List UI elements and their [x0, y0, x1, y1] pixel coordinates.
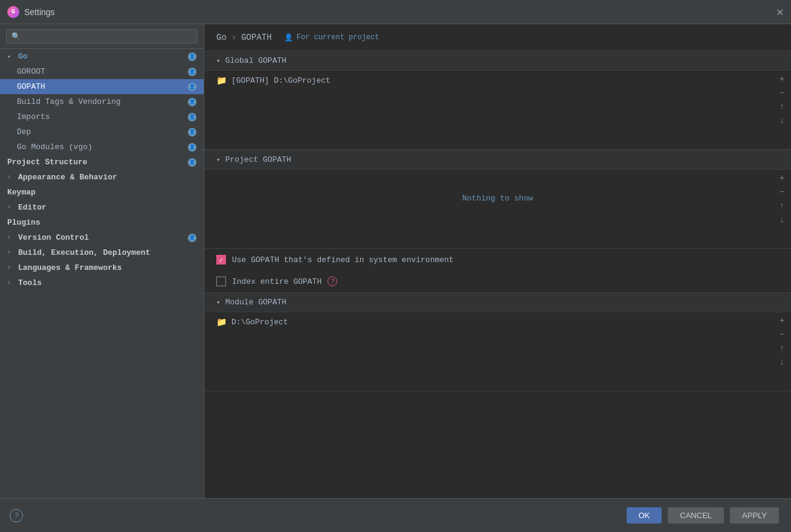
search-bar	[0, 24, 204, 49]
ok-button[interactable]: OK	[627, 507, 662, 524]
sidebar-item-label: Version Control	[18, 233, 89, 242]
sidebar-item-tools[interactable]: › Tools	[0, 275, 204, 290]
breadcrumb-separator: ›	[231, 33, 236, 42]
project-gopath-actions: + − ↑ ↓	[773, 170, 791, 227]
global-gopath-actions: + − ↑ ↓	[773, 71, 791, 128]
user-icon: 👤	[188, 53, 196, 61]
breadcrumb: Go › GOPATH 👤 For current project	[204, 24, 791, 51]
sidebar-item-label: Go Modules (vgo)	[17, 143, 92, 152]
sidebar-item-build-tags[interactable]: Build Tags & Vendoring 👤	[0, 94, 204, 109]
move-up-button[interactable]: ↑	[775, 100, 789, 113]
sidebar-item-project-structure[interactable]: Project Structure 👤	[0, 155, 204, 170]
breadcrumb-current: GOPATH	[241, 33, 271, 42]
sidebar-item-label: Appearance & Behavior	[18, 173, 117, 182]
move-up-button[interactable]: ↑	[775, 341, 789, 354]
global-gopath-body: 📁 [GOPATH] D:\GoProject + − ↑ ↓	[204, 71, 791, 149]
use-gopath-env-label: Use GOPATH that's defined in system envi…	[232, 255, 454, 264]
chevron-down-icon: ▾	[216, 57, 221, 65]
content-panel: Go › GOPATH 👤 For current project ▾ Glob…	[204, 24, 791, 498]
module-gopath-header[interactable]: ▾ Module GOPATH	[204, 292, 791, 312]
path-row[interactable]: 📁 [GOPATH] D:\GoProject	[204, 71, 791, 91]
user-icon: 👤	[188, 158, 196, 167]
project-gopath-body: Nothing to show + − ↑ ↓	[204, 170, 791, 248]
remove-button[interactable]: −	[775, 185, 789, 198]
user-icon: 👤	[188, 83, 196, 91]
sidebar-item-appearance-behavior[interactable]: › Appearance & Behavior	[0, 170, 204, 185]
sidebar-item-languages-frameworks[interactable]: › Languages & Frameworks	[0, 260, 204, 275]
index-entire-gopath-row: Index entire GOPATH ?	[204, 271, 791, 292]
module-gopath-actions: + − ↑ ↓	[773, 312, 791, 370]
sidebar-item-keymap[interactable]: Keymap	[0, 185, 204, 200]
cancel-button[interactable]: CANCEL	[668, 507, 724, 524]
chevron-right-icon: ›	[7, 249, 15, 256]
window-title: Settings	[24, 7, 55, 17]
sidebar-item-label: Build, Execution, Deployment	[18, 248, 150, 257]
sidebar-item-editor[interactable]: › Editor	[0, 200, 204, 215]
user-icon: 👤	[188, 143, 196, 152]
index-entire-gopath-checkbox[interactable]	[216, 277, 226, 286]
user-icon: 👤	[188, 98, 196, 106]
search-input[interactable]	[6, 29, 198, 43]
move-down-button[interactable]: ↓	[775, 355, 789, 368]
help-icon[interactable]: ?	[328, 277, 337, 286]
sidebar-item-label: Editor	[18, 203, 47, 212]
user-icon: 👤	[188, 113, 196, 121]
chevron-right-icon: ›	[7, 280, 15, 286]
chevron-down-icon: ▾	[216, 156, 221, 164]
bottom-bar: ? OK CANCEL APPLY	[0, 498, 791, 532]
close-button[interactable]: ✕	[776, 6, 784, 18]
move-down-button[interactable]: ↓	[775, 114, 789, 127]
sidebar-item-gopath[interactable]: GOPATH 👤	[0, 79, 204, 94]
help-button[interactable]: ?	[10, 509, 23, 522]
add-button[interactable]: +	[775, 313, 789, 327]
remove-button[interactable]: −	[775, 327, 789, 341]
sidebar-item-plugins[interactable]: Plugins	[0, 215, 204, 230]
sidebar-item-label: Go	[18, 52, 28, 61]
title-bar: G Settings ✕	[0, 0, 791, 24]
global-gopath-header[interactable]: ▾ Global GOPATH	[204, 51, 791, 71]
add-button[interactable]: +	[775, 171, 789, 184]
user-icon: 👤	[188, 128, 196, 136]
move-down-button[interactable]: ↓	[775, 213, 789, 226]
folder-icon: 📁	[216, 75, 227, 86]
sidebar-item-dep[interactable]: Dep 👤	[0, 124, 204, 139]
nothing-to-show-label: Nothing to show	[204, 170, 791, 227]
sidebar-item-imports[interactable]: Imports 👤	[0, 109, 204, 124]
user-icon: 👤	[188, 234, 196, 242]
for-current-project-text: For current project	[297, 33, 379, 42]
sidebar: ▾ Go 👤 GOROOT 👤 GOPATH 👤 Build Tags & Ve…	[0, 24, 204, 498]
use-gopath-env-row: ✓ Use GOPATH that's defined in system en…	[204, 249, 791, 271]
sidebar-item-go[interactable]: ▾ Go 👤	[0, 49, 204, 64]
for-current-project-label: 👤 For current project	[284, 33, 379, 42]
chevron-right-icon: ›	[7, 174, 15, 181]
path-text: [GOPATH] D:\GoProject	[231, 76, 331, 85]
checkmark-icon: ✓	[219, 256, 224, 264]
sidebar-item-label: Imports	[17, 112, 50, 121]
path-row[interactable]: 📁 D:\GoProject	[204, 312, 791, 332]
project-gopath-section: ▾ Project GOPATH Nothing to show + − ↑ ↓	[204, 150, 791, 249]
project-gopath-header[interactable]: ▾ Project GOPATH	[204, 150, 791, 170]
chevron-right-icon: ›	[7, 204, 15, 211]
user-icon: 👤	[284, 33, 293, 42]
sidebar-item-label: GOPATH	[17, 82, 45, 91]
sidebar-item-label: Keymap	[7, 188, 36, 197]
sidebar-item-label: Plugins	[7, 218, 40, 227]
add-button[interactable]: +	[775, 72, 789, 85]
folder-icon: 📁	[216, 317, 227, 327]
sidebar-item-version-control[interactable]: › Version Control 👤	[0, 230, 204, 245]
main-container: ▾ Go 👤 GOROOT 👤 GOPATH 👤 Build Tags & Ve…	[0, 24, 791, 498]
move-up-button[interactable]: ↑	[775, 199, 789, 212]
remove-button[interactable]: −	[775, 86, 789, 99]
apply-button[interactable]: APPLY	[730, 507, 779, 524]
sidebar-item-goroot[interactable]: GOROOT 👤	[0, 64, 204, 79]
sidebar-item-label: Dep	[17, 127, 31, 136]
global-gopath-section: ▾ Global GOPATH 📁 [GOPATH] D:\GoProject …	[204, 51, 791, 150]
sidebar-item-label: GOROOT	[17, 67, 45, 76]
breadcrumb-parent: Go	[216, 33, 227, 42]
sidebar-item-go-modules[interactable]: Go Modules (vgo) 👤	[0, 139, 204, 155]
use-gopath-env-checkbox[interactable]: ✓	[216, 255, 226, 264]
module-gopath-section: ▾ Module GOPATH 📁 D:\GoProject + − ↑ ↓	[204, 292, 791, 391]
sidebar-item-build-execution[interactable]: › Build, Execution, Deployment	[0, 245, 204, 260]
sidebar-item-label: Languages & Frameworks	[18, 263, 122, 272]
sidebar-item-label: Build Tags & Vendoring	[17, 97, 121, 106]
